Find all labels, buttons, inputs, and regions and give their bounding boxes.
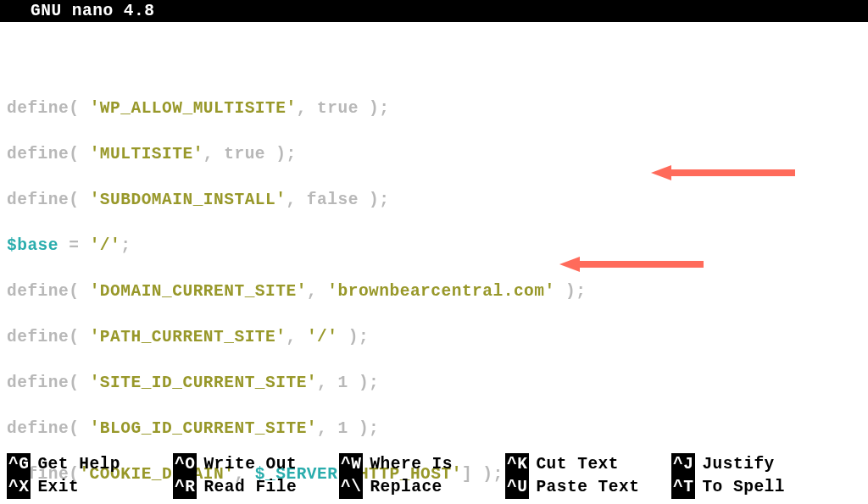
shortcut-paste-text[interactable]: ^UPaste Text [505, 476, 671, 499]
code-line: define( 'MULTISITE', true ); [7, 143, 861, 166]
shortcut-exit[interactable]: ^XExit [7, 476, 173, 499]
code-line: $base = '/'; [7, 235, 861, 258]
code-line: define( 'WP_ALLOW_MULTISITE', true ); [7, 97, 861, 120]
shortcut-where-is[interactable]: ^WWhere Is [339, 453, 505, 476]
shortcut-get-help[interactable]: ^GGet Help [7, 453, 173, 476]
annotation-arrow-icon [559, 257, 704, 269]
shortcut-justify[interactable]: ^JJustify [671, 453, 837, 476]
code-line: define( 'DOMAIN_CURRENT_SITE', 'brownbea… [7, 280, 861, 303]
title-bar: GNU nano 4.8 [0, 0, 868, 22]
app-title: GNU nano 4.8 [31, 2, 154, 20]
shortcut-row: ^GGet Help ^OWrite Out ^WWhere Is ^KCut … [7, 453, 861, 476]
annotation-arrow-icon [651, 165, 795, 177]
shortcut-cut-text[interactable]: ^KCut Text [505, 453, 671, 476]
shortcut-bar: ^GGet Help ^OWrite Out ^WWhere Is ^KCut … [7, 453, 861, 499]
shortcut-row: ^XExit ^RRead File ^\Replace ^UPaste Tex… [7, 476, 861, 499]
code-line: define( 'SITE_ID_CURRENT_SITE', 1 ); [7, 372, 861, 395]
svg-marker-1 [651, 165, 671, 180]
editor-area[interactable]: define( 'WP_ALLOW_MULTISITE', true ); de… [0, 22, 868, 504]
code-line: define( 'SUBDOMAIN_INSTALL', false ); [7, 189, 861, 212]
shortcut-to-spell[interactable]: ^TTo Spell [671, 476, 837, 499]
code-line: define( 'BLOG_ID_CURRENT_SITE', 1 ); [7, 418, 861, 440]
svg-marker-3 [559, 257, 580, 272]
shortcut-write-out[interactable]: ^OWrite Out [173, 453, 339, 476]
shortcut-replace[interactable]: ^\Replace [339, 476, 505, 499]
shortcut-read-file[interactable]: ^RRead File [173, 476, 339, 499]
code-line: define( 'PATH_CURRENT_SITE', '/' ); [7, 326, 861, 349]
